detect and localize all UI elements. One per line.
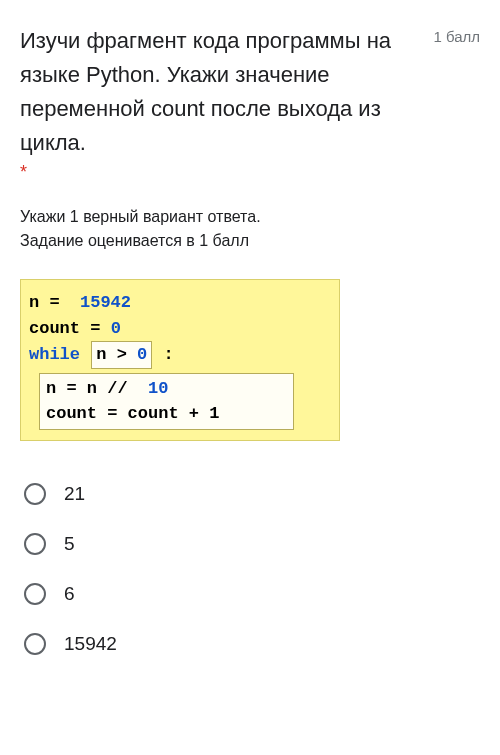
code-var: n <box>96 345 116 364</box>
code-text: n = n // <box>46 379 138 398</box>
required-mark: * <box>20 162 417 183</box>
code-line-2: count = 0 <box>29 316 331 342</box>
code-cond-box: n > 0 <box>91 341 152 369</box>
code-colon: : <box>163 345 173 364</box>
question-hint: Укажи 1 верный вариант ответа. Задание о… <box>20 205 480 253</box>
code-inner-block: n = n // 10 count = count + 1 <box>39 373 294 430</box>
radio-icon <box>24 583 46 605</box>
option-2[interactable]: 6 <box>20 569 480 619</box>
radio-icon <box>24 633 46 655</box>
code-eq: = <box>80 319 111 338</box>
radio-icon <box>24 533 46 555</box>
question-title: Изучи фрагмент кода программы на языке P… <box>20 24 417 160</box>
question-header: Изучи фрагмент кода программы на языке P… <box>20 24 480 183</box>
hint-line-2: Задание оценивается в 1 балл <box>20 229 480 253</box>
code-num: 0 <box>127 345 147 364</box>
code-text: count = count + 1 <box>46 404 219 423</box>
code-eq: = <box>39 293 70 312</box>
question-title-wrap: Изучи фрагмент кода программы на языке P… <box>20 24 417 183</box>
option-label: 5 <box>64 533 75 555</box>
code-op: > <box>117 345 127 364</box>
code-line-3: while n > 0 : <box>29 341 331 369</box>
code-num: 15942 <box>70 293 131 312</box>
hint-line-1: Укажи 1 верный вариант ответа. <box>20 205 480 229</box>
code-block: n = 15942 count = 0 while n > 0 : n = n … <box>20 279 340 441</box>
option-1[interactable]: 5 <box>20 519 480 569</box>
code-num: 10 <box>138 379 169 398</box>
option-3[interactable]: 15942 <box>20 619 480 669</box>
option-0[interactable]: 21 <box>20 469 480 519</box>
option-label: 15942 <box>64 633 117 655</box>
code-inner-1: n = n // 10 <box>46 376 287 402</box>
radio-icon <box>24 483 46 505</box>
points-label: 1 балл <box>433 28 480 45</box>
options-list: 21 5 6 15942 <box>20 469 480 669</box>
code-keyword: while <box>29 345 80 364</box>
code-var: count <box>29 319 80 338</box>
option-label: 6 <box>64 583 75 605</box>
code-var: n <box>29 293 39 312</box>
code-inner-2: count = count + 1 <box>46 401 287 427</box>
code-num: 0 <box>111 319 121 338</box>
option-label: 21 <box>64 483 85 505</box>
code-line-1: n = 15942 <box>29 290 331 316</box>
